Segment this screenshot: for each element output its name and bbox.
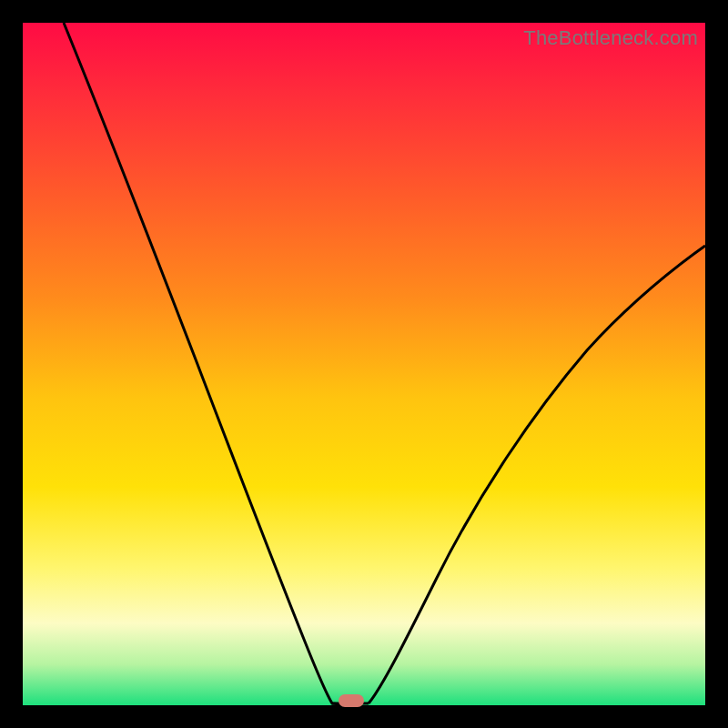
optimal-marker [339,694,364,707]
chart-frame: TheBottleneck.com [0,0,728,728]
plot-area: TheBottleneck.com [23,23,705,705]
bottleneck-curve [23,23,705,705]
curve-right-branch [369,246,705,703]
curve-left-branch [64,23,350,705]
